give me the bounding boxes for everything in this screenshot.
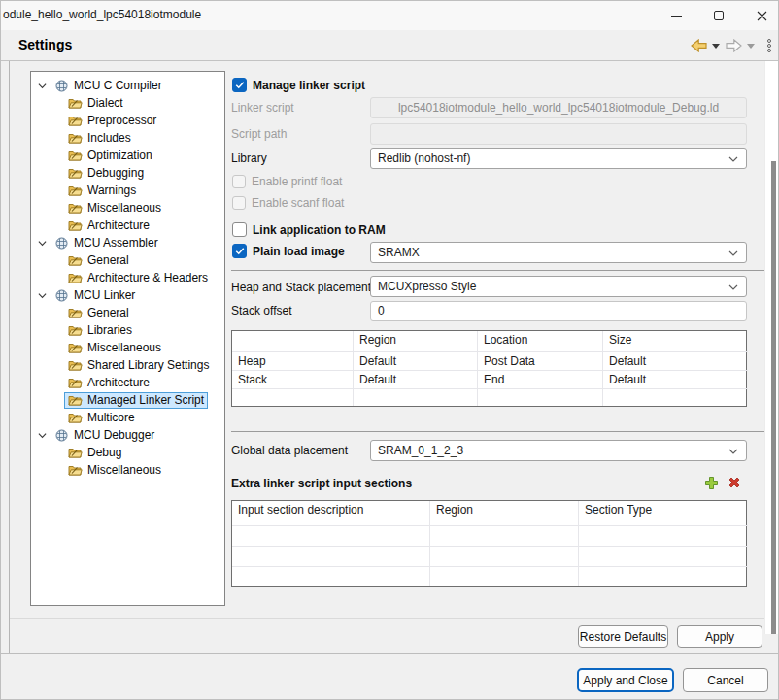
stack-offset-label: Stack offset [231, 304, 291, 317]
tree-item-miscellaneous[interactable]: Miscellaneous [31, 339, 224, 356]
chevron-down-icon[interactable] [36, 429, 48, 441]
table-cell[interactable] [232, 547, 430, 567]
vertical-scrollbar[interactable] [764, 61, 779, 634]
table-cell[interactable]: Default [354, 352, 478, 371]
table-row[interactable]: StackDefaultEndDefault [232, 371, 746, 389]
restore-defaults-button[interactable]: Restore Defaults [578, 625, 668, 648]
tree-item-debug[interactable]: Debug [31, 444, 224, 461]
table-row[interactable] [232, 526, 746, 547]
tree-item-architecture[interactable]: Architecture [31, 217, 224, 234]
link-application-to-ram-checkbox[interactable] [232, 222, 247, 237]
table-cell[interactable] [232, 567, 430, 586]
table-cell[interactable] [579, 567, 748, 586]
tree-item-optimization[interactable]: Optimization [31, 147, 224, 164]
apply-and-close-button[interactable]: Apply and Close [577, 668, 674, 692]
close-button[interactable] [740, 1, 779, 30]
plain-load-image-select[interactable]: SRAMX [370, 242, 747, 263]
script-path-field [370, 123, 747, 145]
scrollbar-thumb[interactable] [771, 161, 776, 634]
table-header-cell: Input section description [232, 501, 430, 526]
tree-item-label: Miscellaneous [87, 201, 161, 215]
forward-arrow-icon [726, 39, 742, 52]
tree-item-multicore[interactable]: Multicore [31, 409, 224, 426]
tree-item-preprocessor[interactable]: Preprocessor [31, 112, 224, 129]
tree-item-label: General [87, 306, 129, 319]
settings-folder-icon [68, 394, 83, 407]
table-cell[interactable] [430, 526, 579, 547]
table-cell[interactable]: Default [603, 371, 748, 389]
maximize-icon [714, 11, 724, 20]
table-cell[interactable] [579, 526, 748, 547]
heap-stack-placement-select[interactable]: MCUXpresso Style [370, 276, 747, 297]
table-cell[interactable]: Heap [232, 352, 354, 371]
cancel-button[interactable]: Cancel [683, 668, 768, 692]
tree-item-mcu-c-compiler[interactable]: MCU C Compiler [31, 77, 224, 94]
table-cell[interactable] [232, 526, 430, 547]
forward-history-dropdown-icon[interactable] [747, 44, 755, 49]
library-select[interactable]: Redlib (nohost-nf) [370, 148, 747, 169]
tool-icon [54, 80, 69, 92]
tree-item-libraries[interactable]: Libraries [31, 321, 224, 339]
extra-sections-label: Extra linker script input sections [231, 477, 412, 490]
maximize-button[interactable] [697, 1, 740, 30]
table-cell[interactable] [603, 389, 748, 406]
settings-folder-icon [68, 272, 83, 284]
chevron-down-icon[interactable] [36, 289, 48, 301]
tree-item-mcu-debugger[interactable]: MCU Debugger [31, 426, 224, 444]
forward-button[interactable] [725, 38, 742, 53]
tree-item-dialect[interactable]: Dialect [31, 94, 224, 112]
settings-folder-icon [68, 150, 83, 162]
table-row[interactable] [232, 567, 746, 586]
table-cell[interactable]: End [478, 371, 603, 389]
tree-item-label: Architecture [87, 218, 150, 232]
tree-item-label: General [87, 253, 129, 267]
table-row[interactable] [232, 547, 746, 567]
back-button[interactable] [690, 38, 707, 53]
table-row[interactable] [232, 389, 746, 406]
tree-item-label: MCU Linker [74, 288, 135, 302]
tree-item-mcu-linker[interactable]: MCU Linker [31, 286, 224, 304]
table-cell[interactable] [579, 547, 748, 567]
manage-linker-script-checkbox[interactable] [232, 78, 247, 92]
table-cell[interactable] [430, 567, 579, 586]
tree-item-miscellaneous[interactable]: Miscellaneous [31, 461, 224, 479]
settings-dialog: odule_hello_world_lpc54018iotmodule Sett… [0, 0, 779, 700]
close-icon [757, 11, 767, 21]
tree-item-miscellaneous[interactable]: Miscellaneous [31, 199, 224, 217]
tree-item-mcu-assembler[interactable]: MCU Assembler [31, 234, 224, 251]
enable-scanf-float-label: Enable scanf float [252, 196, 344, 210]
enable-printf-float-label: Enable printf float [252, 175, 342, 188]
tree-item-label: Includes [87, 131, 131, 145]
minimize-button[interactable] [655, 1, 697, 30]
remove-section-button[interactable] [727, 475, 742, 490]
tree-item-general[interactable]: General [31, 251, 224, 269]
tree-item-general[interactable]: General [31, 304, 224, 321]
table-cell[interactable] [354, 389, 478, 406]
table-cell[interactable]: Stack [232, 371, 354, 389]
stack-offset-input[interactable]: 0 [370, 301, 747, 321]
plain-load-image-checkbox[interactable] [232, 244, 247, 258]
add-section-button[interactable] [703, 475, 719, 490]
back-history-dropdown-icon[interactable] [712, 44, 720, 49]
chevron-down-icon[interactable] [36, 237, 48, 249]
global-data-placement-select[interactable]: SRAM_0_1_2_3 [370, 440, 747, 461]
tree-item-includes[interactable]: Includes [31, 129, 224, 147]
tree-item-architecture[interactable]: Architecture [31, 374, 224, 391]
tree-item-warnings[interactable]: Warnings [31, 182, 224, 199]
table-cell[interactable] [430, 547, 579, 567]
tree-item-managed-linker-script[interactable]: Managed Linker Script [31, 391, 224, 409]
table-cell[interactable]: Default [603, 352, 748, 371]
table-row[interactable]: HeapDefaultPost DataDefault [232, 352, 746, 371]
tree-item-shared-library-settings[interactable]: Shared Library Settings [31, 356, 224, 374]
table-cell[interactable] [478, 389, 603, 406]
table-cell[interactable] [232, 389, 354, 406]
tree-item-debugging[interactable]: Debugging [31, 164, 224, 182]
table-cell[interactable]: Default [354, 371, 478, 389]
content-bottom-divider [10, 618, 764, 619]
view-menu-icon[interactable] [764, 37, 774, 54]
tree-item-architecture-headers[interactable]: Architecture & Headers [31, 269, 224, 286]
apply-button[interactable]: Apply [677, 625, 762, 648]
chevron-down-icon[interactable] [36, 80, 48, 91]
table-cell[interactable]: Post Data [478, 352, 603, 371]
chevron-down-icon [728, 156, 738, 162]
